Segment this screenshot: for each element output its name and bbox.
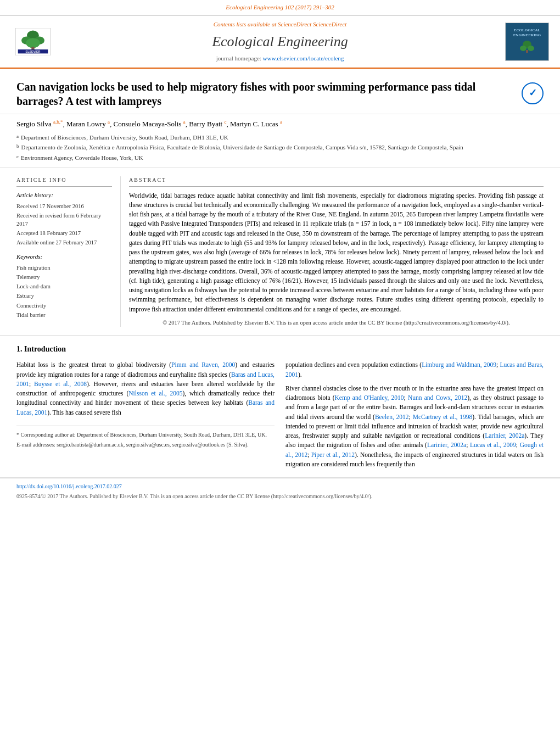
beelen-link[interactable]: Beelen, 2012 [375, 414, 409, 420]
limburg-link[interactable]: Limburg and Waldman, 2009 [422, 361, 496, 368]
pimm-link[interactable]: Pimm and Raven, 2000 [171, 361, 235, 368]
svg-rect-11 [526, 50, 528, 53]
piper-link[interactable]: Piper et al., 2012 [311, 451, 355, 458]
kemp-link[interactable]: Kemp and O'Hanley, 2010 [335, 394, 404, 401]
keyword-4: Estuary [16, 292, 112, 300]
received-date: Received 17 November 2016 [16, 202, 112, 210]
svg-point-4 [26, 38, 40, 48]
keywords-label: Keywords: [16, 253, 112, 261]
affiliations: a Department of Biosciences, Durham Univ… [16, 133, 544, 163]
journal-logo-right: ECOLOGICAL ENGINEERING [505, 23, 549, 61]
larinier2-link[interactable]: Larinier, 2002a [427, 442, 466, 448]
doi-line: http://dx.doi.org/10.1016/j.ecoleng.2017… [16, 483, 544, 491]
buysse-link[interactable]: Buysse et al., 2008 [34, 381, 87, 387]
doi-link[interactable]: http://dx.doi.org/10.1016/j.ecoleng.2017… [16, 483, 122, 489]
article-history-label: Article history: [16, 191, 112, 200]
svg-point-10 [528, 46, 534, 51]
lucas-link[interactable]: Lucas et al., 2009 [470, 442, 516, 448]
keyword-5: Connectivity [16, 302, 112, 310]
intro-right-paragraph: population declines and even population … [285, 360, 544, 380]
affiliation-a: a Department of Biosciences, Durham Univ… [16, 133, 544, 142]
nunn-link[interactable]: Nunn and Cowx, 2012 [408, 394, 467, 401]
keyword-6: Tidal barrier [16, 311, 112, 319]
journal-homepage: journal homepage: www.elsevier.com/locat… [60, 54, 500, 63]
intro-left-col: Habitat loss is the greatest threat to g… [16, 360, 275, 469]
abstract-col: ABSTRACT Worldwide, tidal barrages reduc… [121, 176, 544, 327]
sciencedirect-text: Contents lists available at ScienceDirec… [60, 20, 500, 29]
article-info-heading: ARTICLE INFO [16, 176, 112, 187]
larinier-link[interactable]: Larinier, 2002a [485, 432, 524, 439]
introduction-section: 1. Introduction Habitat loss is the grea… [0, 336, 560, 478]
journal-bar: Ecological Engineering 102 (2017) 291–30… [0, 0, 560, 16]
journal-header: ELSEVIER Contents lists available at Sci… [0, 16, 560, 69]
abstract-copyright: © 2017 The Authors. Published by Elsevie… [129, 319, 544, 327]
introduction-text-columns: Habitat loss is the greatest threat to g… [16, 360, 544, 469]
bottom-bar: http://dx.doi.org/10.1016/j.ecoleng.2017… [0, 478, 560, 505]
available-date: Available online 27 February 2017 [16, 238, 112, 247]
article-info-abstract: ARTICLE INFO Article history: Received 1… [0, 168, 560, 336]
intro-left-paragraph: Habitat loss is the greatest threat to g… [16, 360, 275, 417]
keyword-1: Fish migration [16, 264, 112, 272]
open-access-notice: 0925-8574/© 2017 The Authors. Published … [16, 493, 544, 501]
homepage-link[interactable]: www.elsevier.com/locate/ecoleng [263, 55, 344, 62]
journal-citation: Ecological Engineering 102 (2017) 291–30… [55, 3, 505, 12]
email-footnote: E-mail addresses: sergio.bautista@durham… [16, 440, 275, 449]
lucas-baras-link[interactable]: Lucas and Baras, 2001 [285, 361, 544, 377]
footnotes: * Corresponding author at: Department of… [16, 426, 275, 449]
affiliation-b: b Departamento de Zooloxía, Xenética e A… [16, 143, 544, 152]
intro-right-col: population declines and even population … [285, 360, 544, 469]
article-header: Can navigation locks be used to help mig… [0, 69, 560, 114]
crossmark-badge: ✓ [522, 82, 544, 104]
introduction-title: 1. Introduction [16, 344, 544, 355]
accepted-date: Accepted 18 February 2017 [16, 229, 112, 237]
baras2-link[interactable]: Baras and Lucas, 2001 [16, 399, 275, 415]
keyword-2: Telemetry [16, 273, 112, 281]
svg-point-9 [520, 46, 527, 51]
article-title: Can navigation locks be used to help mig… [16, 80, 511, 108]
abstract-heading: ABSTRACT [129, 176, 544, 187]
revised-date: Received in revised form 6 February 2017 [16, 211, 112, 228]
article-info-col: ARTICLE INFO Article history: Received 1… [16, 176, 121, 327]
svg-text:ELSEVIER: ELSEVIER [26, 50, 41, 53]
header-center: Contents lists available at ScienceDirec… [60, 20, 500, 63]
intro-right-paragraph2: River channel obstacles close to the riv… [285, 384, 544, 469]
nilsson-link[interactable]: Nilsson et al., 2005 [128, 390, 182, 397]
corresponding-footnote: * Corresponding author at: Department of… [16, 431, 275, 439]
journal-title: Ecological Engineering [60, 31, 500, 52]
authors-section: Sergio Silva a,b,*, Maran Lowry a, Consu… [0, 114, 560, 169]
affiliation-c: c Environment Agency, Coverdale House, Y… [16, 153, 544, 163]
keyword-3: Lock-and-dam [16, 282, 112, 291]
elsevier-logo: ELSEVIER [11, 28, 55, 55]
authors-line: Sergio Silva a,b,*, Maran Lowry a, Consu… [16, 119, 544, 130]
mccartney-link[interactable]: McCartney et al., 1998 [413, 414, 473, 420]
abstract-text: Worldwide, tidal barrages reduce aquatic… [129, 191, 544, 314]
